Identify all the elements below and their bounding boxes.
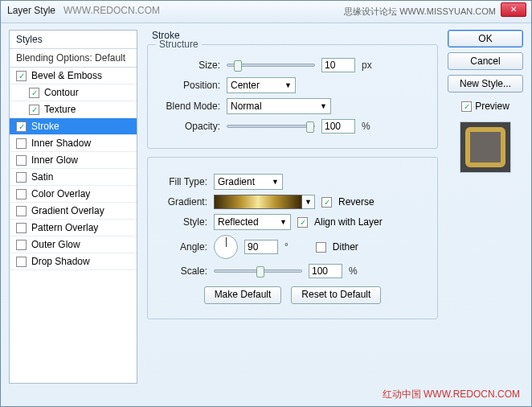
scale-slider[interactable] (214, 269, 302, 273)
style-label: Texture (44, 104, 76, 115)
angle-label: Angle: (159, 241, 207, 253)
style-label: Satin (31, 171, 53, 183)
titlebar: Layer Style WWW.REDOCN.COM 思缘设计论坛 WWW.MI… (1, 1, 531, 23)
style-label: Inner Glow (31, 154, 78, 166)
style-label: Style: (159, 216, 207, 228)
style-label: Outer Glow (31, 239, 80, 250)
style-label: Drop Shadow (31, 256, 90, 267)
blendmode-dropdown[interactable]: Normal▼ (227, 98, 331, 114)
watermark-bottom: 红动中国 WWW.REDOCN.COM (383, 388, 520, 401)
filltype-dropdown[interactable]: Gradient▼ (214, 174, 283, 190)
gradient-swatch[interactable] (214, 195, 302, 209)
watermark-top-right: 思缘设计论坛 WWW.MISSYUAN.COM (344, 6, 496, 18)
style-checkbox[interactable] (16, 71, 27, 81)
fill-group: Fill Type: Gradient▼ Gradient: ▼ Reverse… (147, 157, 438, 319)
filltype-label: Fill Type: (159, 176, 207, 187)
opacity-unit: % (362, 121, 370, 132)
layer-style-dialog: Layer Style WWW.REDOCN.COM 思缘设计论坛 WWW.MI… (0, 0, 532, 407)
gradient-label: Gradient: (159, 196, 207, 208)
style-label: Inner Shadow (31, 138, 91, 149)
window-title: Layer Style WWW.REDOCN.COM (7, 5, 160, 16)
style-label: Stroke (31, 121, 59, 132)
size-input[interactable]: 10 (321, 58, 355, 72)
close-button[interactable]: ✕ (501, 2, 526, 17)
opacity-label: Opacity: (159, 121, 220, 132)
chevron-down-icon: ▼ (272, 178, 279, 186)
preview-checkbox[interactable] (461, 101, 472, 112)
style-checkbox[interactable] (16, 155, 27, 166)
style-checkbox[interactable] (16, 138, 27, 149)
reverse-checkbox[interactable] (321, 197, 332, 208)
style-item-color-overlay[interactable]: Color Overlay (10, 186, 137, 203)
styles-header[interactable]: Styles (10, 31, 137, 49)
style-item-stroke[interactable]: Stroke (10, 118, 137, 135)
make-default-button[interactable]: Make Default (204, 286, 282, 304)
style-checkbox[interactable] (16, 223, 27, 233)
align-checkbox[interactable] (297, 217, 308, 228)
dither-checkbox[interactable] (316, 242, 326, 253)
preview-label: Preview (475, 101, 509, 112)
structure-legend: Structure (156, 39, 202, 50)
cancel-button[interactable]: Cancel (448, 52, 523, 70)
style-checkbox[interactable] (16, 257, 27, 267)
style-label: Pattern Overlay (31, 222, 98, 233)
style-checkbox[interactable] (16, 172, 27, 183)
style-item-inner-shadow[interactable]: Inner Shadow (10, 135, 137, 152)
style-label: Color Overlay (31, 188, 90, 199)
chevron-down-icon: ▼ (320, 102, 327, 110)
ok-button[interactable]: OK (448, 30, 523, 47)
scale-input[interactable]: 100 (309, 264, 342, 278)
structure-group: Structure Size: 10 px Position: Center▼ … (147, 44, 438, 149)
align-label: Align with Layer (314, 216, 383, 228)
blendmode-label: Blend Mode: (159, 101, 220, 112)
size-label: Size: (159, 60, 220, 71)
dither-label: Dither (333, 241, 358, 253)
style-item-bevel-emboss[interactable]: Bevel & Emboss (10, 68, 137, 84)
size-slider[interactable] (227, 64, 315, 67)
angle-unit: ° (284, 241, 289, 253)
style-checkbox[interactable] (16, 189, 27, 199)
angle-dial[interactable] (214, 235, 238, 259)
style-item-pattern-overlay[interactable]: Pattern Overlay (10, 220, 137, 236)
scale-label: Scale: (159, 265, 207, 277)
style-label: Bevel & Emboss (31, 70, 102, 81)
new-style-button[interactable]: New Style... (448, 75, 523, 92)
style-checkbox[interactable] (16, 121, 27, 132)
position-label: Position: (159, 80, 220, 91)
style-label: Gradient Overlay (31, 205, 104, 216)
style-item-texture[interactable]: Texture (10, 101, 137, 118)
style-dropdown[interactable]: Reflected▼ (214, 214, 291, 230)
preview-thumbnail (460, 121, 511, 173)
position-dropdown[interactable]: Center▼ (227, 77, 296, 93)
reset-default-button[interactable]: Reset to Default (291, 286, 381, 304)
style-checkbox[interactable] (16, 206, 27, 216)
style-item-contour[interactable]: Contour (10, 84, 137, 101)
angle-input[interactable]: 90 (244, 240, 278, 254)
opacity-input[interactable]: 100 (321, 119, 355, 134)
styles-list: Styles Blending Options: Default Bevel &… (9, 30, 137, 384)
scale-unit: % (349, 265, 358, 277)
style-checkbox[interactable] (29, 105, 39, 115)
style-label: Contour (44, 87, 79, 98)
style-item-drop-shadow[interactable]: Drop Shadow (10, 253, 137, 270)
chevron-down-icon: ▼ (284, 81, 292, 89)
reverse-label: Reverse (338, 196, 374, 208)
blending-options-header[interactable]: Blending Options: Default (10, 49, 137, 68)
opacity-slider[interactable] (227, 125, 315, 128)
chevron-down-icon: ▼ (280, 218, 287, 226)
style-item-inner-glow[interactable]: Inner Glow (10, 152, 137, 169)
style-checkbox[interactable] (29, 88, 39, 98)
style-checkbox[interactable] (16, 240, 27, 250)
size-unit: px (362, 60, 372, 71)
style-item-satin[interactable]: Satin (10, 169, 137, 186)
gradient-picker-arrow[interactable]: ▼ (302, 195, 315, 209)
style-item-outer-glow[interactable]: Outer Glow (10, 236, 137, 253)
style-item-gradient-overlay[interactable]: Gradient Overlay (10, 203, 137, 220)
